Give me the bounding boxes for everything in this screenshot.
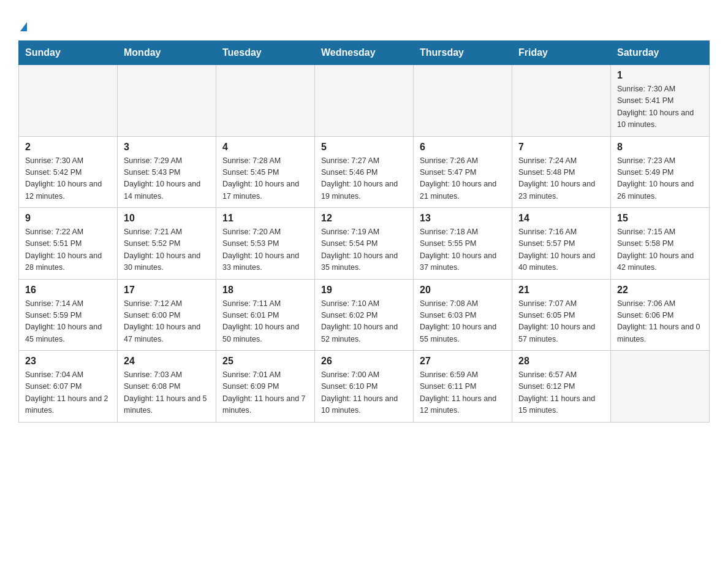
day-header-tuesday: Tuesday <box>216 41 315 65</box>
day-info: Sunrise: 7:29 AMSunset: 5:43 PMDaylight:… <box>124 155 210 203</box>
calendar-cell: 2Sunrise: 7:30 AMSunset: 5:42 PMDaylight… <box>19 136 118 208</box>
day-info: Sunrise: 7:08 AMSunset: 6:03 PMDaylight:… <box>420 298 506 346</box>
day-info: Sunrise: 7:16 AMSunset: 5:57 PMDaylight:… <box>518 226 604 274</box>
calendar-cell: 21Sunrise: 7:07 AMSunset: 6:05 PMDayligh… <box>512 279 611 351</box>
day-info: Sunrise: 7:14 AMSunset: 5:59 PMDaylight:… <box>25 298 111 346</box>
day-info: Sunrise: 7:26 AMSunset: 5:47 PMDaylight:… <box>420 155 506 203</box>
calendar-cell: 5Sunrise: 7:27 AMSunset: 5:46 PMDaylight… <box>315 136 414 208</box>
day-info: Sunrise: 7:00 AMSunset: 6:10 PMDaylight:… <box>321 369 407 417</box>
calendar-cell <box>611 351 710 423</box>
day-info: Sunrise: 7:11 AMSunset: 6:01 PMDaylight:… <box>222 298 308 346</box>
day-header-sunday: Sunday <box>19 41 118 65</box>
day-info: Sunrise: 7:01 AMSunset: 6:09 PMDaylight:… <box>222 369 308 417</box>
day-info: Sunrise: 7:22 AMSunset: 5:51 PMDaylight:… <box>25 226 111 274</box>
calendar-table: SundayMondayTuesdayWednesdayThursdayFrid… <box>18 40 710 423</box>
calendar-cell: 4Sunrise: 7:28 AMSunset: 5:45 PMDaylight… <box>216 136 315 208</box>
day-number: 18 <box>222 285 308 296</box>
day-info: Sunrise: 7:23 AMSunset: 5:49 PMDaylight:… <box>617 155 703 203</box>
calendar-cell: 17Sunrise: 7:12 AMSunset: 6:00 PMDayligh… <box>118 279 216 351</box>
day-info: Sunrise: 7:30 AMSunset: 5:42 PMDaylight:… <box>25 155 111 203</box>
day-number: 20 <box>420 285 506 296</box>
day-info: Sunrise: 6:57 AMSunset: 6:12 PMDaylight:… <box>518 369 604 417</box>
page-header <box>18 12 710 34</box>
day-number: 28 <box>518 356 604 367</box>
day-number: 1 <box>617 70 703 81</box>
day-number: 4 <box>222 142 308 153</box>
calendar-cell: 6Sunrise: 7:26 AMSunset: 5:47 PMDaylight… <box>414 136 512 208</box>
calendar-cell: 3Sunrise: 7:29 AMSunset: 5:43 PMDaylight… <box>118 136 216 208</box>
day-number: 15 <box>617 213 703 224</box>
day-number: 22 <box>617 285 703 296</box>
day-header-wednesday: Wednesday <box>315 41 414 65</box>
day-info: Sunrise: 7:28 AMSunset: 5:45 PMDaylight:… <box>222 155 308 203</box>
day-number: 14 <box>518 213 604 224</box>
day-info: Sunrise: 7:07 AMSunset: 6:05 PMDaylight:… <box>518 298 604 346</box>
calendar-cell: 22Sunrise: 7:06 AMSunset: 6:06 PMDayligh… <box>611 279 710 351</box>
calendar-cell: 26Sunrise: 7:00 AMSunset: 6:10 PMDayligh… <box>315 351 414 423</box>
calendar-cell <box>19 65 118 137</box>
calendar-cell: 1Sunrise: 7:30 AMSunset: 5:41 PMDaylight… <box>611 65 710 137</box>
calendar-cell: 28Sunrise: 6:57 AMSunset: 6:12 PMDayligh… <box>512 351 611 423</box>
day-number: 9 <box>25 213 111 224</box>
day-number: 13 <box>420 213 506 224</box>
calendar-cell: 9Sunrise: 7:22 AMSunset: 5:51 PMDaylight… <box>19 208 118 280</box>
calendar-cell: 20Sunrise: 7:08 AMSunset: 6:03 PMDayligh… <box>414 279 512 351</box>
calendar-cell <box>216 65 315 137</box>
calendar-cell: 27Sunrise: 6:59 AMSunset: 6:11 PMDayligh… <box>414 351 512 423</box>
day-number: 23 <box>25 356 111 367</box>
day-number: 2 <box>25 142 111 153</box>
day-number: 21 <box>518 285 604 296</box>
calendar-cell: 19Sunrise: 7:10 AMSunset: 6:02 PMDayligh… <box>315 279 414 351</box>
day-number: 6 <box>420 142 506 153</box>
day-header-thursday: Thursday <box>414 41 512 65</box>
day-info: Sunrise: 7:30 AMSunset: 5:41 PMDaylight:… <box>617 83 703 131</box>
calendar-week-row: 23Sunrise: 7:04 AMSunset: 6:07 PMDayligh… <box>19 351 710 423</box>
day-number: 24 <box>124 356 210 367</box>
calendar-cell: 14Sunrise: 7:16 AMSunset: 5:57 PMDayligh… <box>512 208 611 280</box>
calendar-cell <box>315 65 414 137</box>
day-number: 17 <box>124 285 210 296</box>
day-info: Sunrise: 7:21 AMSunset: 5:52 PMDaylight:… <box>124 226 210 274</box>
day-info: Sunrise: 7:06 AMSunset: 6:06 PMDaylight:… <box>617 298 703 346</box>
day-number: 8 <box>617 142 703 153</box>
day-number: 5 <box>321 142 407 153</box>
calendar-cell: 11Sunrise: 7:20 AMSunset: 5:53 PMDayligh… <box>216 208 315 280</box>
day-number: 26 <box>321 356 407 367</box>
calendar-cell: 16Sunrise: 7:14 AMSunset: 5:59 PMDayligh… <box>19 279 118 351</box>
day-number: 3 <box>124 142 210 153</box>
calendar-cell <box>118 65 216 137</box>
calendar-cell: 24Sunrise: 7:03 AMSunset: 6:08 PMDayligh… <box>118 351 216 423</box>
day-header-saturday: Saturday <box>611 41 710 65</box>
logo-triangle-icon <box>20 22 27 31</box>
calendar-cell <box>512 65 611 137</box>
calendar-week-row: 1Sunrise: 7:30 AMSunset: 5:41 PMDaylight… <box>19 65 710 137</box>
day-number: 11 <box>222 213 308 224</box>
calendar-header-row: SundayMondayTuesdayWednesdayThursdayFrid… <box>19 41 710 65</box>
calendar-cell: 25Sunrise: 7:01 AMSunset: 6:09 PMDayligh… <box>216 351 315 423</box>
calendar-cell: 8Sunrise: 7:23 AMSunset: 5:49 PMDaylight… <box>611 136 710 208</box>
calendar-cell: 23Sunrise: 7:04 AMSunset: 6:07 PMDayligh… <box>19 351 118 423</box>
day-number: 10 <box>124 213 210 224</box>
day-number: 7 <box>518 142 604 153</box>
calendar-cell <box>414 65 512 137</box>
day-info: Sunrise: 7:12 AMSunset: 6:00 PMDaylight:… <box>124 298 210 346</box>
day-info: Sunrise: 7:18 AMSunset: 5:55 PMDaylight:… <box>420 226 506 274</box>
calendar-cell: 18Sunrise: 7:11 AMSunset: 6:01 PMDayligh… <box>216 279 315 351</box>
day-header-monday: Monday <box>118 41 216 65</box>
calendar-cell: 10Sunrise: 7:21 AMSunset: 5:52 PMDayligh… <box>118 208 216 280</box>
calendar-cell: 12Sunrise: 7:19 AMSunset: 5:54 PMDayligh… <box>315 208 414 280</box>
day-info: Sunrise: 7:20 AMSunset: 5:53 PMDaylight:… <box>222 226 308 274</box>
day-header-friday: Friday <box>512 41 611 65</box>
day-number: 12 <box>321 213 407 224</box>
day-number: 19 <box>321 285 407 296</box>
day-info: Sunrise: 7:04 AMSunset: 6:07 PMDaylight:… <box>25 369 111 417</box>
day-info: Sunrise: 6:59 AMSunset: 6:11 PMDaylight:… <box>420 369 506 417</box>
day-info: Sunrise: 7:27 AMSunset: 5:46 PMDaylight:… <box>321 155 407 203</box>
day-info: Sunrise: 7:19 AMSunset: 5:54 PMDaylight:… <box>321 226 407 274</box>
calendar-week-row: 9Sunrise: 7:22 AMSunset: 5:51 PMDaylight… <box>19 208 710 280</box>
logo <box>18 12 27 34</box>
calendar-cell: 15Sunrise: 7:15 AMSunset: 5:58 PMDayligh… <box>611 208 710 280</box>
day-number: 27 <box>420 356 506 367</box>
day-info: Sunrise: 7:03 AMSunset: 6:08 PMDaylight:… <box>124 369 210 417</box>
calendar-week-row: 2Sunrise: 7:30 AMSunset: 5:42 PMDaylight… <box>19 136 710 208</box>
